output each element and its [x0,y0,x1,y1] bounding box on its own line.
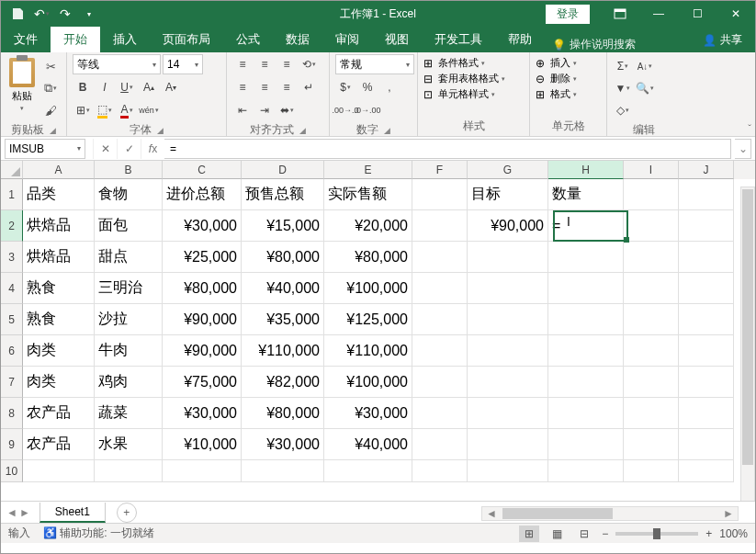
login-button[interactable]: 登录 [546,5,590,24]
font-size-combo[interactable]: 14▾ [163,54,203,74]
cell[interactable]: ¥35,000 [242,304,324,335]
italic-button[interactable]: I [95,77,115,97]
name-box[interactable]: IMSUB▾ [5,139,85,159]
cell[interactable]: 进价总额 [163,179,242,210]
qat-customize-icon[interactable]: ▾ [78,3,100,25]
cell[interactable]: ¥90,000 [468,210,548,242]
zoom-slider[interactable] [615,532,698,536]
cell[interactable] [468,460,548,482]
column-header[interactable]: J [679,161,734,179]
cell-styles-button[interactable]: ⊡单元格样式▾ [423,87,495,101]
cell[interactable] [412,429,468,460]
cell[interactable]: ¥30,000 [324,398,412,429]
column-header[interactable]: E [324,161,412,179]
scrollbar-thumb[interactable] [502,508,613,519]
cell[interactable]: 食物 [95,179,163,210]
tab-review[interactable]: 审阅 [322,27,372,52]
column-header[interactable]: B [95,161,163,179]
percent-icon[interactable]: % [357,77,378,97]
cell[interactable]: 熟食 [23,273,95,304]
font-launcher-icon[interactable]: ◢ [157,126,164,135]
cell[interactable]: 蔬菜 [95,398,163,429]
cell[interactable] [679,429,734,460]
cell[interactable]: 预售总额 [242,179,324,210]
cell[interactable] [412,242,468,273]
table-format-button[interactable]: ⊟套用表格格式▾ [423,72,505,85]
paste-button[interactable]: 粘贴 ▾ [6,54,37,112]
delete-cells-button[interactable]: ⊖删除▾ [536,72,577,85]
align-launcher-icon[interactable]: ◢ [299,126,306,135]
tab-dev[interactable]: 开发工具 [422,27,495,52]
cell[interactable]: 农产品 [23,429,95,460]
align-top-icon[interactable]: ≡ [232,54,253,74]
border-button[interactable]: ⊞▾ [73,100,93,120]
cell[interactable] [679,460,734,482]
cell[interactable] [548,460,624,482]
cell[interactable] [163,460,242,482]
row-header[interactable]: 8 [1,398,23,429]
underline-button[interactable]: U▾ [117,77,137,97]
fill-color-button[interactable]: ⬚▾ [95,100,115,120]
cell[interactable]: ¥80,000 [163,273,242,304]
cell[interactable]: 肉类 [23,367,95,398]
row-header[interactable]: 6 [1,335,23,367]
ribbon-options-icon[interactable] [601,1,639,27]
align-right-icon[interactable]: ≡ [276,77,297,97]
align-center-icon[interactable]: ≡ [254,77,275,97]
formula-bar[interactable]: = [164,139,731,159]
cell[interactable] [679,398,734,429]
cell[interactable]: ¥40,000 [242,273,324,304]
cell[interactable]: ¥40,000 [324,429,412,460]
vertical-scrollbar[interactable] [740,187,755,517]
increase-decimal-icon[interactable]: .00→.0 [335,100,355,120]
cell[interactable] [412,335,468,367]
cell[interactable]: ¥10,000 [163,429,242,460]
new-sheet-button[interactable]: + [117,503,137,523]
cell[interactable] [412,304,468,335]
cell[interactable]: 甜点 [95,242,163,273]
cell[interactable]: ¥90,000 [163,304,242,335]
font-color-button[interactable]: A▾ [117,100,137,120]
expand-formula-bar-icon[interactable]: ⌄ [735,139,751,159]
page-break-view-icon[interactable]: ⊟ [574,526,594,542]
cell[interactable] [412,273,468,304]
format-painter-icon[interactable]: 🖌 [40,100,61,120]
cell[interactable]: ¥80,000 [242,398,324,429]
cell[interactable] [679,210,734,242]
cell[interactable]: ¥100,000 [324,367,412,398]
sheet-nav-next-icon[interactable]: ► [19,506,30,519]
fx-icon[interactable]: fx [141,139,164,159]
row-header[interactable]: 5 [1,304,23,335]
sheet-tab[interactable]: Sheet1 [39,503,106,523]
cell[interactable]: 目标 [468,179,548,210]
zoom-thumb[interactable] [653,528,660,539]
accessibility-status[interactable]: ♿ 辅助功能: 一切就绪 [43,526,154,541]
cell[interactable]: 数量 [548,179,624,210]
insert-cells-button[interactable]: ⊕插入▾ [536,56,577,70]
decrease-indent-icon[interactable]: ⇤ [232,100,253,120]
cell[interactable]: ¥80,000 [324,242,412,273]
align-left-icon[interactable]: ≡ [232,77,253,97]
bold-button[interactable]: B [73,77,93,97]
cell[interactable]: 品类 [23,179,95,210]
cell[interactable] [23,460,95,482]
zoom-level[interactable]: 100% [719,527,748,540]
row-header[interactable]: 7 [1,367,23,398]
cell[interactable]: 牛肉 [95,335,163,367]
column-header[interactable]: A [23,161,95,179]
cell[interactable] [412,398,468,429]
cell[interactable]: 烘焙品 [23,210,95,242]
cell[interactable] [412,210,468,242]
row-header[interactable]: 3 [1,242,23,273]
cell[interactable]: ¥110,000 [242,335,324,367]
find-icon[interactable]: 🔍▾ [635,78,655,98]
cell[interactable] [624,429,679,460]
autosum-icon[interactable]: Σ▾ [613,56,633,76]
column-header[interactable]: D [242,161,324,179]
cell[interactable] [679,179,734,210]
cell[interactable] [324,460,412,482]
cell[interactable] [548,398,624,429]
fill-icon[interactable]: ▼▾ [613,78,633,98]
cell[interactable]: 农产品 [23,398,95,429]
wrap-text-icon[interactable]: ↵ [299,77,319,97]
